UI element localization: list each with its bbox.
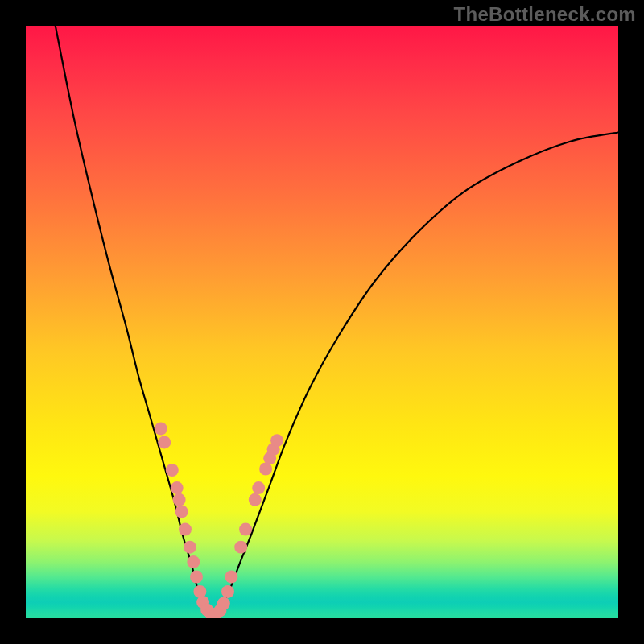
marker-dot xyxy=(249,493,262,506)
chart-svg xyxy=(26,26,618,618)
marker-dot xyxy=(190,571,203,584)
marker-dot xyxy=(173,493,186,506)
chart-frame: TheBottleneck.com xyxy=(0,0,644,644)
marker-dot xyxy=(166,464,179,477)
marker-dot xyxy=(234,541,247,554)
marker-dot xyxy=(155,423,167,436)
bottleneck-curve xyxy=(56,26,618,615)
marker-dot xyxy=(252,481,265,494)
plot-area xyxy=(26,26,618,618)
marker-dot xyxy=(179,523,192,536)
watermark-text: TheBottleneck.com xyxy=(454,3,636,26)
marker-dot xyxy=(270,434,283,447)
highlight-dots xyxy=(155,423,283,619)
marker-dot xyxy=(171,481,184,494)
marker-dot xyxy=(225,571,237,584)
marker-dot xyxy=(217,597,230,610)
marker-dot xyxy=(158,436,171,448)
marker-dot xyxy=(184,541,196,554)
marker-dot xyxy=(221,585,234,598)
marker-dot xyxy=(175,506,188,518)
marker-dot xyxy=(239,523,252,536)
marker-dot xyxy=(187,555,200,568)
